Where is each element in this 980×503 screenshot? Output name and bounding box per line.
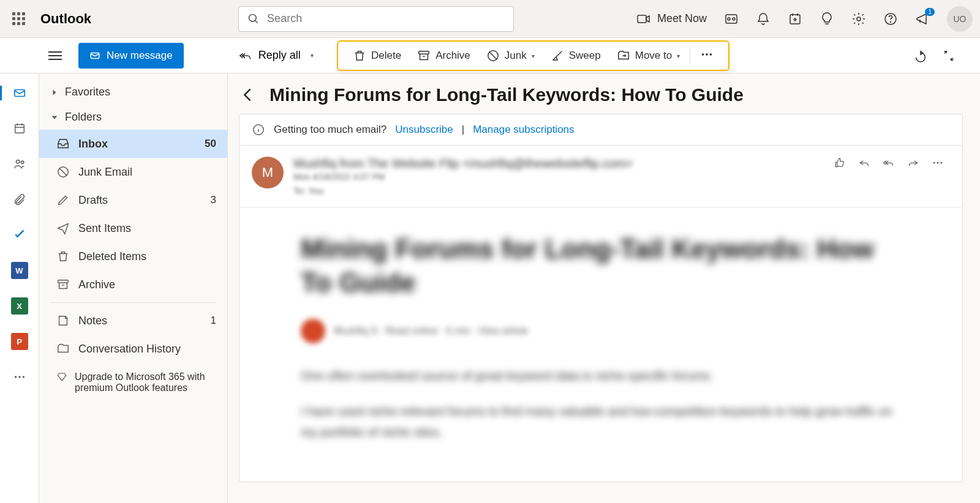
back-button[interactable] [239, 85, 258, 105]
svg-point-18 [706, 53, 708, 56]
sweep-icon [551, 49, 564, 62]
mail-app-button[interactable] [7, 81, 32, 105]
sweep-button[interactable]: Sweep [545, 45, 607, 66]
folder-archive[interactable]: Archive [39, 270, 227, 299]
folder-inbox[interactable]: Inbox 50 [39, 130, 227, 158]
teams-icon[interactable] [724, 12, 739, 26]
folder-icon [56, 342, 70, 356]
whats-new-icon[interactable]: 1 [915, 12, 930, 26]
trash-icon [353, 49, 366, 62]
reply-icon[interactable] [858, 157, 870, 169]
send-icon [56, 222, 70, 235]
block-icon [56, 165, 70, 179]
reply-all-icon [239, 49, 252, 62]
block-icon [486, 49, 500, 62]
more-actions-button[interactable] [694, 44, 720, 67]
like-icon[interactable] [834, 157, 846, 169]
archive-icon [417, 49, 431, 62]
search-input[interactable] [267, 12, 505, 25]
powerpoint-app-button[interactable]: P [7, 329, 32, 354]
folder-deleted[interactable]: Deleted Items [39, 242, 227, 270]
calendar-icon [13, 122, 26, 135]
account-avatar[interactable]: UO [947, 6, 973, 32]
move-to-button[interactable]: Move to ▾ [611, 45, 686, 66]
favorites-section[interactable]: Favorites [39, 80, 227, 105]
archive-icon [56, 278, 70, 291]
mail-icon [13, 86, 26, 100]
word-app-button[interactable]: W [7, 258, 32, 283]
forward-icon[interactable] [907, 157, 919, 169]
folder-move-icon [617, 49, 630, 62]
expand-icon[interactable] [942, 49, 956, 62]
svg-rect-14 [419, 51, 429, 54]
folder-sidebar: Favorites Folders Inbox 50 Junk Email Dr… [39, 73, 228, 503]
powerpoint-icon: P [11, 333, 28, 350]
help-icon[interactable] [883, 12, 898, 26]
notifications-icon[interactable] [756, 12, 771, 26]
chevron-right-icon [50, 88, 59, 97]
calendar-app-button[interactable] [7, 116, 32, 141]
reply-all-button[interactable]: Reply all ▾ [239, 49, 314, 62]
divider [50, 302, 216, 303]
folder-sent[interactable]: Sent Items [39, 214, 227, 242]
people-app-button[interactable] [7, 152, 32, 176]
word-icon: W [11, 262, 28, 279]
folders-section[interactable]: Folders [39, 105, 227, 130]
manage-subscriptions-link[interactable]: Manage subscriptions [473, 124, 574, 136]
folder-junk[interactable]: Junk Email [39, 158, 227, 186]
delete-button[interactable]: Delete [347, 45, 407, 66]
unsubscribe-link[interactable]: Unsubscribe [395, 124, 453, 136]
my-day-icon[interactable] [788, 12, 802, 26]
reply-all-icon[interactable] [883, 157, 895, 169]
chevron-down-icon[interactable]: ▾ [677, 53, 680, 59]
folder-conversation-history[interactable]: Conversation History [39, 335, 227, 363]
upgrade-link[interactable]: Upgrade to Microsoft 365 with premium Ou… [39, 363, 227, 402]
reading-pane: Mining Forums for Long-Tail Keywords: Ho… [228, 73, 980, 503]
message-body: Mining Forums for Long-Tail Keywords: Ho… [239, 207, 962, 482]
undo-icon[interactable] [914, 49, 927, 62]
folder-notes[interactable]: Notes 1 [39, 307, 227, 335]
tips-icon[interactable] [820, 12, 834, 26]
excel-icon: X [11, 297, 28, 315]
svg-rect-6 [790, 15, 800, 24]
pencil-icon [56, 193, 70, 207]
excel-app-button[interactable]: X [7, 294, 32, 318]
mail-plus-icon [89, 50, 100, 61]
new-message-button[interactable]: New message [78, 43, 184, 69]
settings-icon[interactable] [851, 12, 866, 26]
people-icon [13, 157, 26, 171]
subscription-info-bar: Getting too much email? Unsubscribe | Ma… [239, 114, 962, 146]
svg-line-16 [489, 52, 497, 60]
chevron-down-icon[interactable]: ▾ [311, 52, 314, 59]
junk-button[interactable]: Junk ▾ [480, 45, 541, 66]
chevron-down-icon [50, 113, 59, 122]
more-apps-button[interactable] [7, 365, 32, 389]
toggle-nav-button[interactable] [44, 45, 66, 67]
sender-avatar[interactable]: M [252, 157, 284, 188]
archive-button[interactable]: Archive [411, 45, 477, 66]
message-action-bar: Delete Archive Junk ▾ Sweep Move to ▾ [337, 40, 729, 71]
svg-point-4 [728, 18, 730, 20]
svg-point-38 [940, 162, 942, 164]
chevron-down-icon[interactable]: ▾ [532, 53, 535, 59]
search-box[interactable] [238, 6, 514, 32]
inbox-icon [56, 137, 70, 151]
trash-icon [56, 250, 70, 263]
brand-name: Outlook [40, 11, 91, 27]
svg-rect-2 [638, 15, 646, 23]
more-icon[interactable] [932, 157, 944, 169]
app-launcher-button[interactable] [7, 8, 29, 30]
video-icon [636, 12, 651, 26]
recipient-line: To: You [293, 185, 824, 196]
svg-point-12 [891, 21, 891, 22]
message-card: Getting too much email? Unsubscribe | Ma… [239, 114, 963, 482]
files-app-button[interactable] [7, 187, 32, 212]
meet-now-button[interactable]: Meet Now [636, 12, 707, 26]
svg-point-26 [21, 161, 24, 164]
sender-name: Mushfiq from The Website Flip <mushfiq@t… [293, 157, 824, 171]
todo-app-button[interactable] [7, 223, 32, 247]
svg-line-31 [59, 168, 67, 176]
folder-drafts[interactable]: Drafts 3 [39, 186, 227, 214]
svg-point-37 [937, 162, 939, 164]
body-paragraph: I have used niche-relevant forums to fin… [301, 401, 901, 442]
